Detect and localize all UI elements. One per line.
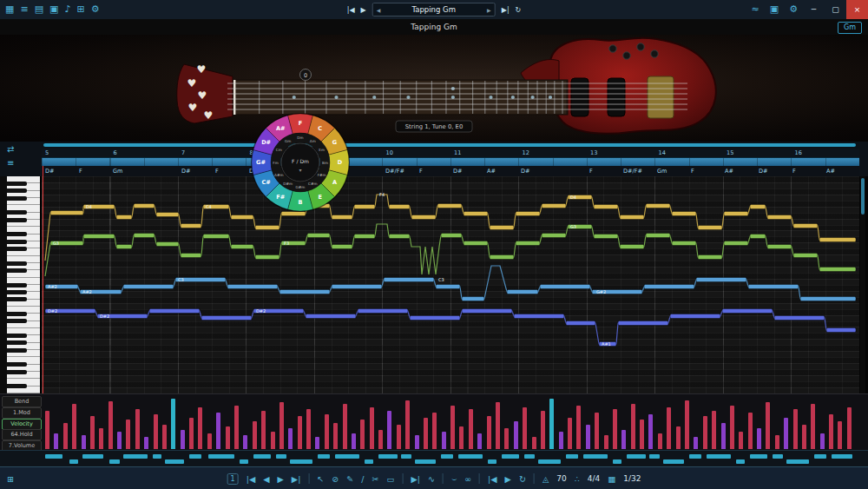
midi-note[interactable] [462, 308, 512, 313]
step-back-icon[interactable]: ◀ [263, 474, 269, 484]
velocity-bar[interactable] [514, 421, 518, 449]
velocity-bar[interactable] [676, 426, 681, 449]
knob[interactable] [651, 50, 658, 57]
chord-label[interactable]: Gm [113, 168, 122, 175]
velocity-bar[interactable] [532, 437, 536, 449]
midi-note[interactable] [516, 241, 540, 245]
velocity-bar[interactable] [721, 423, 726, 449]
chord-label[interactable]: D# [181, 168, 190, 175]
midi-note[interactable] [306, 314, 356, 318]
mute-tool-icon[interactable]: ⊘ [332, 474, 339, 484]
tuner-heart-icon[interactable]: ♥ [204, 109, 214, 122]
wheel-chevron-icon[interactable]: ▾ [299, 167, 301, 173]
velocity-bar[interactable] [144, 437, 148, 449]
velocity-bar[interactable] [586, 425, 590, 449]
midi-note[interactable] [134, 203, 155, 208]
black-key[interactable] [7, 370, 27, 374]
midi-note[interactable] [722, 308, 773, 313]
metronome-icon[interactable]: ◬ [542, 474, 549, 484]
midi-note[interactable] [83, 234, 115, 238]
loop-icon[interactable]: ↻ [519, 474, 526, 484]
black-key[interactable] [7, 247, 27, 251]
overview-scrollbar[interactable] [42, 142, 859, 149]
grid-value[interactable]: 1/32 [623, 474, 641, 483]
knob[interactable] [637, 43, 644, 50]
maximize-button[interactable]: ▢ [825, 0, 846, 19]
loop-button[interactable]: ↻ [516, 6, 522, 14]
stats-view-icon[interactable]: ⊞ [76, 0, 84, 19]
chord-label[interactable]: F [419, 168, 423, 175]
tuner-heart-icon[interactable]: ♥ [197, 63, 207, 76]
tuner-heart-icon[interactable]: ♥ [187, 77, 197, 89]
riff-title-field[interactable]: ◀Tapping Gm▶ [372, 3, 496, 17]
midi-note[interactable] [156, 212, 179, 216]
velocity-bar[interactable] [90, 416, 95, 449]
link-icon[interactable]: ∞ [464, 474, 471, 484]
velocity-bar[interactable] [154, 414, 158, 449]
lane-64hold[interactable]: 64.Hold [2, 429, 42, 440]
velocity-bar[interactable] [108, 401, 113, 449]
midi-note[interactable] [542, 203, 566, 208]
velocity-bar[interactable] [253, 421, 257, 449]
velocity-bar[interactable] [325, 414, 329, 449]
midi-note[interactable] [358, 308, 408, 313]
black-key[interactable] [7, 188, 27, 193]
velocity-bar[interactable] [226, 426, 230, 449]
velocity-bar[interactable] [207, 433, 212, 449]
plugin-icon[interactable]: ≈ [752, 0, 760, 19]
midi-note[interactable] [227, 284, 278, 288]
velocity-bar[interactable] [658, 433, 662, 449]
chord-label[interactable]: F [79, 168, 82, 175]
go-end-icon[interactable]: ▶| [292, 474, 301, 484]
velocity-bar[interactable] [405, 400, 410, 449]
black-key[interactable] [7, 290, 27, 294]
pattern-view-icon[interactable]: ▣ [49, 0, 58, 19]
midi-note[interactable] [116, 244, 132, 248]
velocity-bar[interactable] [181, 430, 185, 449]
midi-note[interactable] [800, 296, 856, 301]
velocity-bar[interactable] [450, 406, 455, 449]
midi-note[interactable] [156, 241, 179, 246]
midi-note[interactable] [255, 225, 279, 229]
midi-note[interactable] [819, 237, 856, 241]
velocity-bar[interactable] [712, 411, 716, 449]
velocity-bar[interactable] [559, 432, 563, 449]
velocity-bar[interactable] [162, 425, 167, 449]
velocity-bar[interactable] [469, 409, 473, 449]
vertical-scrollbar[interactable] [860, 176, 865, 393]
velocity-bar[interactable] [271, 432, 275, 449]
velocity-bar[interactable] [829, 414, 833, 449]
midi-note[interactable] [490, 254, 514, 259]
black-key[interactable] [7, 283, 27, 287]
vscroll-thumb[interactable] [861, 178, 865, 215]
measure-ruler[interactable]: 5678910111213141516 [42, 149, 859, 157]
midi-note[interactable] [750, 204, 766, 208]
midi-note[interactable] [594, 204, 618, 208]
velocity-bar[interactable] [243, 435, 247, 449]
velocity-bar[interactable] [766, 402, 770, 449]
velocity-bar[interactable] [117, 432, 122, 449]
velocity-bar[interactable] [811, 404, 815, 449]
velocity-bar[interactable] [504, 428, 509, 449]
velocity-bar[interactable] [685, 400, 689, 449]
velocity-bar[interactable] [802, 425, 806, 449]
zoom-icon[interactable]: ⇄ [7, 144, 14, 154]
black-key[interactable] [7, 210, 27, 215]
chord-label[interactable]: A# [487, 168, 496, 175]
midi-note[interactable] [748, 284, 799, 288]
black-key[interactable] [7, 196, 27, 201]
midi-note[interactable] [384, 277, 434, 281]
midi-note[interactable] [620, 244, 644, 248]
swing-icon[interactable]: ∴ [575, 474, 580, 484]
velocity-bar[interactable] [378, 430, 383, 449]
velocity-bar[interactable] [198, 407, 202, 449]
midi-note[interactable] [307, 233, 330, 237]
midi-note[interactable] [354, 234, 375, 238]
velocity-bar[interactable] [703, 416, 707, 449]
black-key[interactable] [7, 348, 27, 353]
midi-note[interactable] [566, 320, 595, 325]
midi-note[interactable] [698, 225, 722, 229]
tab-view-icon[interactable]: ≡ [20, 0, 28, 19]
midi-note[interactable] [123, 284, 174, 288]
lane-bend[interactable]: Bend [2, 396, 42, 407]
